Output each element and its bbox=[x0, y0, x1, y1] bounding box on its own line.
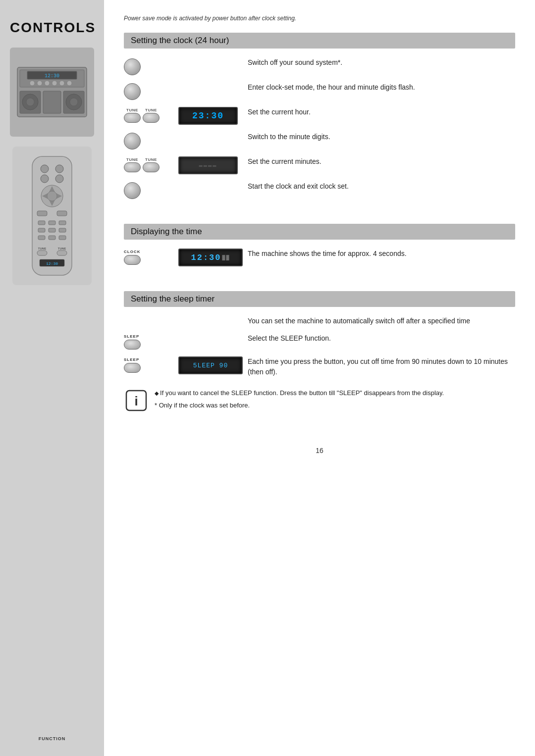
sleep-button-icon-2 bbox=[124, 363, 141, 373]
svg-point-16 bbox=[67, 81, 72, 86]
tune-left-button bbox=[124, 113, 141, 123]
sleep-button-group-1: SLEEP bbox=[124, 334, 141, 350]
section-sleep-timer: Setting the sleep timer You can set the … bbox=[124, 291, 515, 418]
svg-rect-33 bbox=[38, 228, 45, 232]
display-col-3: 23:30 bbox=[178, 107, 248, 125]
note-2: * Only if the clock was set before. bbox=[155, 401, 444, 410]
tune-right-button-2 bbox=[143, 162, 160, 172]
svg-rect-30 bbox=[38, 221, 45, 225]
svg-rect-29 bbox=[57, 211, 67, 216]
sleep-intro-row: You can set the machine to automatically… bbox=[124, 316, 515, 326]
section-setting-clock: Setting the clock (24 hour) Switch off y… bbox=[124, 33, 515, 210]
tune-left-button-2 bbox=[124, 162, 141, 172]
svg-rect-42 bbox=[57, 251, 67, 255]
notes-text: If you want to cancel the SLEEP function… bbox=[155, 388, 444, 413]
icon-col-intro bbox=[124, 316, 178, 317]
tune-label-right: TUNE bbox=[145, 108, 157, 112]
svg-point-19 bbox=[55, 165, 63, 173]
svg-point-12 bbox=[37, 81, 42, 86]
svg-point-11 bbox=[30, 81, 35, 86]
sleep-button-icon-1 bbox=[124, 340, 141, 350]
display-col-clock: 12:30 ▓▓ bbox=[178, 249, 248, 266]
tune-label-left: TUNE bbox=[126, 108, 138, 112]
clock-row-2: Enter clock-set mode, the hour and minut… bbox=[124, 82, 515, 100]
svg-rect-35 bbox=[59, 228, 66, 232]
icon-col-6 bbox=[124, 181, 178, 199]
sleep-row-1: SLEEP Select the SLEEP function. bbox=[124, 333, 515, 350]
tune-buttons-group-1: TUNE TUNE bbox=[124, 108, 160, 123]
section-heading-sleep: Setting the sleep timer bbox=[124, 291, 515, 307]
tune-label-left-2: TUNE bbox=[126, 157, 138, 162]
sleep-instructions: You can set the machine to automatically… bbox=[124, 316, 515, 377]
clock-row-1: Switch off your sound system*. bbox=[124, 57, 515, 75]
svg-point-18 bbox=[41, 165, 49, 173]
sleep-row-2: SLEEP 5LEEP 90 Each time you press the b… bbox=[124, 356, 515, 377]
svg-text:12:30: 12:30 bbox=[46, 261, 58, 266]
icon-col-clock: CLOCK bbox=[124, 249, 178, 265]
svg-rect-34 bbox=[49, 228, 55, 232]
icon-col-sleep-1: SLEEP bbox=[124, 333, 178, 350]
icon-col-2 bbox=[124, 82, 178, 100]
icon-col-4 bbox=[124, 132, 178, 150]
svg-rect-37 bbox=[49, 236, 55, 240]
clock-row-4: Switch to the minute digits. bbox=[124, 132, 515, 150]
section-heading-display: Displaying the time bbox=[124, 224, 515, 240]
clock-text-3: Set the current hour. bbox=[248, 107, 515, 117]
lcd-display-hour: 23:30 bbox=[178, 107, 238, 125]
sleep-text-2: Each time you press the button, you cut … bbox=[248, 356, 515, 377]
svg-rect-31 bbox=[49, 221, 55, 225]
section-displaying-time: Displaying the time CLOCK 12:30 ▓▓ The m… bbox=[124, 224, 515, 277]
sidebar: CONTROLS 12:30 bbox=[0, 0, 104, 756]
stereo-device-image: 12:30 bbox=[10, 48, 94, 137]
sleep-small-label-1: SLEEP bbox=[124, 334, 139, 339]
function-label: FUNCTION bbox=[39, 736, 66, 741]
svg-point-4 bbox=[26, 98, 34, 106]
display-col-5: ▬▬▬▬ bbox=[178, 156, 248, 174]
clock-text-5: Set the current minutes. bbox=[248, 156, 515, 167]
svg-point-27 bbox=[47, 191, 57, 201]
clock-small-label: CLOCK bbox=[124, 250, 140, 254]
sleep-text-1: Select the SLEEP function. bbox=[248, 333, 515, 344]
set-button-icon-3 bbox=[124, 182, 141, 199]
clock-instructions: Switch off your sound system*. Enter clo… bbox=[124, 57, 515, 199]
svg-point-21 bbox=[55, 175, 63, 183]
clock-button-group: CLOCK bbox=[124, 250, 141, 265]
clock-text-1: Switch off your sound system*. bbox=[248, 57, 515, 68]
clock-row-5: TUNE TUNE ▬▬▬▬ Set the current minute bbox=[124, 156, 515, 174]
sleep-intro-text: You can set the machine to automatically… bbox=[248, 316, 515, 326]
svg-rect-36 bbox=[38, 236, 45, 240]
svg-point-15 bbox=[59, 81, 64, 86]
display-text-1: The machine shows the time for approx. 4… bbox=[248, 249, 515, 259]
info-icon: i bbox=[124, 388, 149, 413]
set-button-icon-2 bbox=[124, 133, 141, 150]
svg-point-7 bbox=[70, 98, 78, 106]
sleep-button-group-2: SLEEP bbox=[124, 357, 141, 373]
main-content: Power save mode is activated by power bu… bbox=[104, 0, 535, 756]
clock-text-6: Start the clock and exit clock set. bbox=[248, 181, 515, 192]
lcd-display-time: 12:30 ▓▓ bbox=[178, 249, 243, 266]
svg-rect-28 bbox=[37, 211, 47, 216]
lcd-sleep-display: 5LEEP 90 bbox=[178, 356, 243, 374]
notes-box: i If you want to cancel the SLEEP functi… bbox=[124, 388, 515, 413]
tune-right-button bbox=[143, 113, 160, 123]
svg-point-20 bbox=[41, 175, 49, 183]
tune-buttons-group-2: TUNE TUNE bbox=[124, 157, 160, 172]
section-heading-clock: Setting the clock (24 hour) bbox=[124, 33, 515, 49]
sidebar-title: CONTROLS bbox=[10, 20, 96, 36]
icon-col-sleep-2: SLEEP bbox=[124, 356, 178, 373]
lcd-display-minutes: ▬▬▬▬ bbox=[178, 156, 238, 174]
svg-rect-41 bbox=[37, 251, 47, 255]
svg-text:i: i bbox=[134, 394, 138, 408]
clock-button-icon bbox=[124, 255, 141, 265]
svg-text:TUNE: TUNE bbox=[38, 247, 46, 250]
svg-text:12:30: 12:30 bbox=[45, 73, 59, 79]
note-1: If you want to cancel the SLEEP function… bbox=[155, 388, 444, 398]
clock-text-2: Enter clock-set mode, the hour and minut… bbox=[248, 82, 515, 93]
clock-row-3: TUNE TUNE 23:30 Set the current hour. bbox=[124, 107, 515, 125]
icon-col-5: TUNE TUNE bbox=[124, 156, 178, 172]
set-button-icon-1 bbox=[124, 83, 141, 100]
svg-rect-38 bbox=[59, 236, 66, 240]
top-note: Power save mode is activated by power bu… bbox=[124, 15, 515, 22]
icon-col-3: TUNE TUNE bbox=[124, 107, 178, 123]
tune-label-right-2: TUNE bbox=[145, 157, 157, 162]
